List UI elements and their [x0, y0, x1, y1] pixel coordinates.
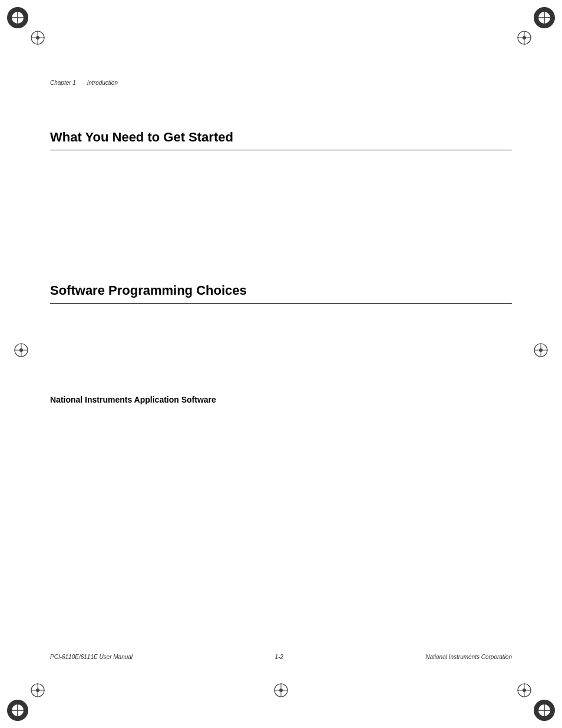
breadcrumb-text: Chapter 1 Introduction — [50, 80, 118, 86]
reg-crosshair-ml — [13, 342, 29, 358]
section-heading-2: Software Programming Choices — [50, 283, 512, 304]
reg-mark-bl-large — [6, 699, 29, 722]
breadcrumb: Chapter 1 Introduction — [50, 77, 512, 87]
section-2: Software Programming Choices — [50, 283, 512, 304]
subsection-heading-1: National Instruments Application Softwar… — [50, 395, 216, 404]
reg-crosshair-mr — [533, 342, 549, 358]
reg-mark-tl-large — [6, 6, 29, 29]
reg-crosshair-tl-inner — [29, 29, 46, 46]
footer-page-number: 1-2 — [275, 654, 283, 660]
subsection-1: National Instruments Application Softwar… — [50, 395, 512, 404]
reg-crosshair-tr-inner — [516, 29, 533, 46]
document-page: Chapter 1 Introduction What You Need to … — [0, 0, 562, 728]
section-heading-1: What You Need to Get Started — [50, 130, 512, 150]
reg-mark-tr-large — [533, 6, 556, 29]
breadcrumb-section: Introduction — [87, 80, 118, 86]
reg-crosshair-bl-inner — [29, 682, 46, 699]
reg-crosshair-bm — [273, 682, 289, 699]
section-1: What You Need to Get Started — [50, 130, 512, 150]
footer-left: PCI-6110E/6111E User Manual — [50, 654, 133, 660]
reg-mark-br-large — [533, 699, 556, 722]
reg-crosshair-br-inner — [516, 682, 533, 699]
page-footer: PCI-6110E/6111E User Manual 1-2 National… — [50, 654, 512, 660]
breadcrumb-chapter: Chapter 1 — [50, 80, 76, 86]
footer-right: National Instruments Corporation — [425, 654, 512, 660]
